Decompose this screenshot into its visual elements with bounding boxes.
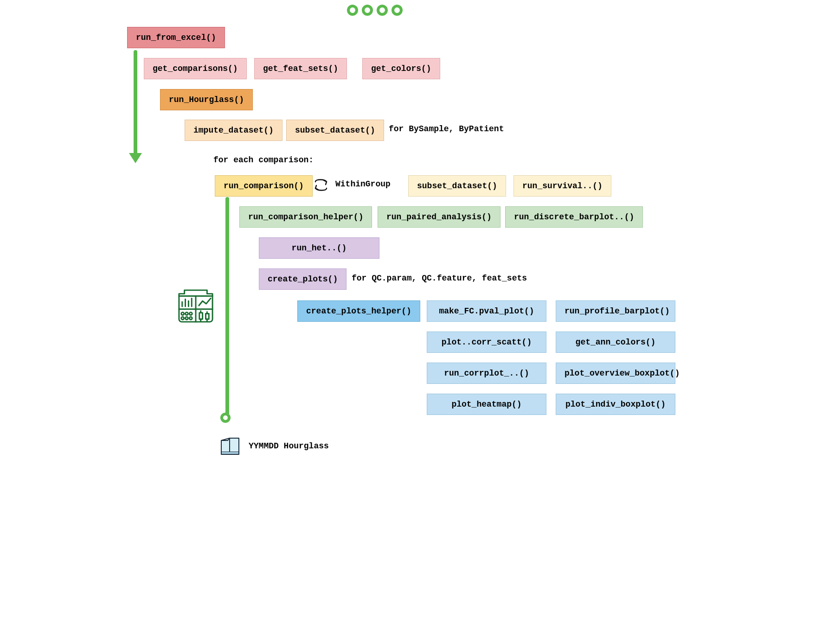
box-label: run_het..() — [292, 243, 347, 253]
progress-circle-icon — [347, 5, 358, 16]
box-label: run_survival..() — [522, 181, 603, 191]
box-label: run_corrplot_..() — [444, 369, 529, 378]
box-plot-indiv-boxplot: plot_indiv_boxplot() — [556, 394, 675, 415]
progress-circle-icon — [391, 5, 403, 16]
svg-rect-13 — [199, 313, 203, 319]
label-folder: YYMMDD Hourglass — [249, 441, 329, 451]
svg-point-8 — [186, 312, 188, 315]
box-run-profile-barplot: run_profile_barplot() — [556, 300, 675, 322]
box-run-survival: run_survival..() — [513, 175, 611, 197]
box-label: create_plots() — [268, 274, 338, 284]
flow-arrow-2 — [225, 197, 229, 415]
box-create-plots: create_plots() — [259, 268, 347, 290]
label-for-qc: for QC.param, QC.feature, feat_sets — [352, 274, 527, 283]
svg-point-9 — [189, 312, 192, 315]
box-label: run_profile_barplot() — [565, 306, 670, 316]
box-get-feat-sets: get_feat_sets() — [254, 58, 347, 79]
box-label: make_FC.pval_plot() — [439, 306, 534, 316]
box-label: plot..corr_scatt() — [442, 338, 532, 347]
box-label: plot_indiv_boxplot() — [565, 400, 666, 409]
box-plot-overview-boxplot: plot_overview_boxplot() — [556, 363, 675, 384]
progress-circles — [347, 5, 403, 16]
flow-arrow-1 — [134, 50, 137, 154]
box-get-ann-colors: get_ann_colors() — [556, 332, 675, 353]
box-plot-corr-scatt: plot..corr_scatt() — [427, 332, 546, 353]
box-label: plot_heatmap() — [451, 400, 521, 409]
box-label: impute_dataset() — [193, 126, 274, 135]
label-bysample: for BySample, ByPatient — [389, 124, 504, 134]
svg-rect-16 — [205, 314, 209, 319]
svg-point-11 — [186, 317, 188, 319]
box-make-fc-pval-plot: make_FC.pval_plot() — [427, 300, 546, 322]
label-within-group: WithinGroup — [335, 179, 391, 189]
label-for-each-comparison: for each comparison: — [213, 155, 314, 165]
box-plot-heatmap: plot_heatmap() — [427, 394, 546, 415]
folder-icon — [219, 436, 241, 455]
box-label: subset_dataset() — [417, 181, 497, 191]
svg-point-12 — [189, 317, 192, 319]
box-label: run_Hourglass() — [169, 95, 244, 104]
progress-circle-icon — [377, 5, 388, 16]
box-run-comparison: run_comparison() — [215, 175, 313, 197]
box-get-comparisons: get_comparisons() — [144, 58, 247, 79]
box-get-colors: get_colors() — [362, 58, 440, 79]
box-label: create_plots_helper() — [306, 306, 411, 316]
box-run-from-excel: run_from_excel() — [127, 27, 225, 48]
box-label: plot_overview_boxplot() — [565, 369, 680, 378]
swap-arrows-icon — [313, 177, 329, 196]
svg-point-10 — [181, 317, 184, 319]
box-run-corrplot: run_corrplot_..() — [427, 363, 546, 384]
box-label: get_ann_colors() — [576, 338, 656, 347]
box-label: get_feat_sets() — [263, 64, 338, 73]
box-label: subset_dataset() — [295, 126, 375, 135]
box-label: get_colors() — [371, 64, 431, 73]
box-label: run_comparison() — [224, 181, 304, 191]
flow-end-icon — [220, 413, 231, 423]
box-run-het: run_het..() — [259, 237, 379, 259]
box-subset-dataset-2: subset_dataset() — [408, 175, 506, 197]
arrowhead-icon — [129, 153, 142, 163]
box-label: run_comparison_helper() — [248, 212, 363, 222]
box-impute-dataset: impute_dataset() — [185, 120, 282, 141]
box-run-discrete-barplot: run_discrete_barplot..() — [505, 206, 643, 228]
box-label: run_from_excel() — [136, 33, 216, 42]
progress-circle-icon — [362, 5, 373, 16]
diagram-canvas: run_from_excel() get_comparisons() get_f… — [124, 19, 690, 482]
box-label: run_discrete_barplot..() — [514, 212, 634, 222]
box-run-comparison-helper: run_comparison_helper() — [239, 206, 372, 228]
box-label: run_paired_analysis() — [386, 212, 492, 222]
box-run-hourglass: run_Hourglass() — [160, 89, 253, 110]
svg-point-7 — [181, 312, 184, 315]
box-label: get_comparisons() — [153, 64, 238, 73]
box-subset-dataset-1: subset_dataset() — [286, 120, 384, 141]
box-run-paired-analysis: run_paired_analysis() — [378, 206, 501, 228]
box-create-plots-helper: create_plots_helper() — [297, 300, 420, 322]
plot-output-icon — [175, 287, 216, 325]
